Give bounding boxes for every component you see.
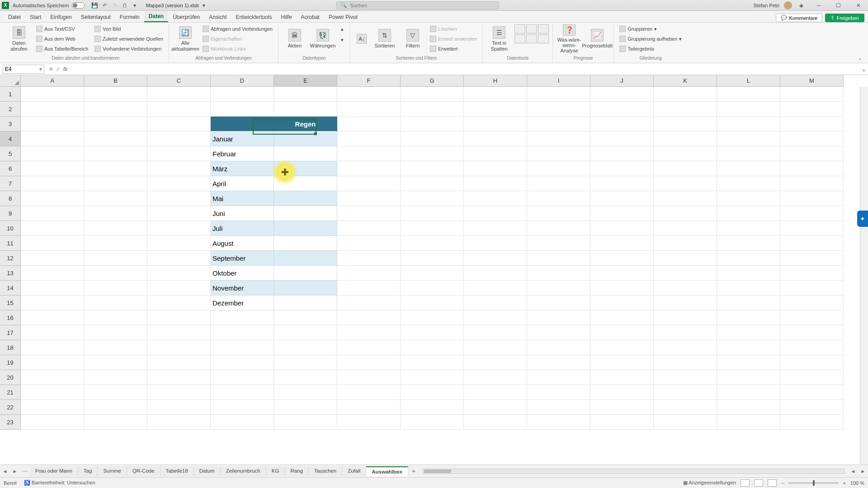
cell-G13[interactable]: [401, 266, 464, 281]
cell-E3[interactable]: Regen: [274, 117, 337, 131]
tab-daten[interactable]: Daten: [144, 11, 168, 22]
cell-J14[interactable]: [590, 281, 654, 296]
col-header-B[interactable]: B: [84, 75, 147, 87]
cell-K13[interactable]: [654, 266, 717, 281]
cell-G3[interactable]: [401, 117, 464, 131]
cell-C2[interactable]: [147, 102, 211, 117]
cell-E7[interactable]: [274, 176, 337, 191]
from-csv-button[interactable]: Aus Text/CSV: [34, 24, 90, 33]
cell-H8[interactable]: [464, 191, 527, 206]
cell-J7[interactable]: [590, 176, 654, 191]
data-validation-button[interactable]: [538, 24, 549, 33]
fx-icon[interactable]: fx: [63, 66, 67, 72]
horizontal-scrollbar[interactable]: [423, 469, 844, 474]
cell-I5[interactable]: [527, 146, 590, 161]
cell-K6[interactable]: [654, 161, 717, 176]
row-header-9[interactable]: 9: [0, 206, 21, 221]
cell-H18[interactable]: [464, 340, 527, 355]
cell-L21[interactable]: [717, 385, 780, 400]
cell-J21[interactable]: [590, 385, 654, 400]
cell-L13[interactable]: [717, 266, 780, 281]
cell-H20[interactable]: [464, 370, 527, 385]
cell-F13[interactable]: [337, 266, 401, 281]
row-header-21[interactable]: 21: [0, 385, 21, 400]
zoom-slider[interactable]: [788, 482, 838, 484]
cell-D14[interactable]: November: [211, 281, 274, 296]
cell-A17[interactable]: [21, 325, 84, 340]
cell-D2[interactable]: [211, 102, 274, 117]
whatif-button[interactable]: ❓Was-wäre-wenn-Analyse: [557, 24, 582, 53]
cell-B18[interactable]: [84, 340, 147, 355]
row-header-18[interactable]: 18: [0, 340, 21, 355]
name-box[interactable]: E4▾: [3, 65, 44, 74]
col-header-H[interactable]: H: [464, 75, 527, 87]
cell-M23[interactable]: [780, 415, 844, 430]
cell-A4[interactable]: [21, 131, 84, 146]
cell-B5[interactable]: [84, 146, 147, 161]
cell-J19[interactable]: [590, 355, 654, 370]
tab-seitenlayout[interactable]: Seitenlayout: [76, 12, 115, 22]
cell-L7[interactable]: [717, 176, 780, 191]
zoom-out-button[interactable]: −: [781, 480, 784, 486]
sheet-tab-summe[interactable]: Summe: [98, 466, 127, 476]
zoom-thumb[interactable]: [813, 480, 815, 486]
cell-C20[interactable]: [147, 370, 211, 385]
cell-J4[interactable]: [590, 131, 654, 146]
cell-B8[interactable]: [84, 191, 147, 206]
row-header-6[interactable]: 6: [0, 161, 21, 176]
cell-K12[interactable]: [654, 251, 717, 266]
search-box[interactable]: 🔍 Suchen: [336, 1, 499, 9]
row-header-22[interactable]: 22: [0, 400, 21, 415]
flash-fill-button[interactable]: [514, 24, 525, 33]
cell-K4[interactable]: [654, 131, 717, 146]
cell-G18[interactable]: [401, 340, 464, 355]
row-header-8[interactable]: 8: [0, 191, 21, 206]
scroll-left-button[interactable]: ◄: [848, 469, 858, 474]
cell-A5[interactable]: [21, 146, 84, 161]
row-header-17[interactable]: 17: [0, 325, 21, 340]
sheet-tab-auswahlbox[interactable]: Auswahlbox: [366, 466, 408, 476]
cell-M15[interactable]: [780, 296, 844, 310]
cell-I18[interactable]: [527, 340, 590, 355]
cell-F7[interactable]: [337, 176, 401, 191]
expand-formula-icon[interactable]: ⌄: [859, 65, 868, 73]
tab-entwicklertools[interactable]: Entwicklertools: [231, 12, 277, 22]
filter-button[interactable]: ▽Filtern: [400, 24, 425, 53]
tab-start[interactable]: Start: [25, 12, 46, 22]
scroll-right-button[interactable]: ►: [858, 469, 868, 474]
cell-I4[interactable]: [527, 131, 590, 146]
sheet-tab-zufall[interactable]: Zufall: [342, 466, 366, 476]
cell-D18[interactable]: [211, 340, 274, 355]
cell-K15[interactable]: [654, 296, 717, 310]
sheet-tab-zeilenumbruch[interactable]: Zeilenumbruch: [221, 466, 266, 476]
cell-C11[interactable]: [147, 236, 211, 251]
cell-I7[interactable]: [527, 176, 590, 191]
cell-C8[interactable]: [147, 191, 211, 206]
row-header-2[interactable]: 2: [0, 102, 21, 117]
cell-A6[interactable]: [21, 161, 84, 176]
cell-B14[interactable]: [84, 281, 147, 296]
cell-E21[interactable]: [274, 385, 337, 400]
cell-A3[interactable]: [21, 117, 84, 131]
cell-F10[interactable]: [337, 221, 401, 236]
cell-D20[interactable]: [211, 370, 274, 385]
tab-einfügen[interactable]: Einfügen: [46, 12, 76, 22]
cell-K17[interactable]: [654, 325, 717, 340]
cell-H7[interactable]: [464, 176, 527, 191]
zoom-value[interactable]: 100 %: [850, 480, 864, 486]
tab-ansicht[interactable]: Ansicht: [204, 12, 231, 22]
cell-H17[interactable]: [464, 325, 527, 340]
cell-I23[interactable]: [527, 415, 590, 430]
row-header-10[interactable]: 10: [0, 221, 21, 236]
cell-G10[interactable]: [401, 221, 464, 236]
data-model-button[interactable]: [538, 34, 549, 43]
from-web-button[interactable]: Aus dem Web: [34, 34, 90, 43]
cell-G14[interactable]: [401, 281, 464, 296]
cell-M2[interactable]: [780, 102, 844, 117]
cell-A13[interactable]: [21, 266, 84, 281]
cell-G8[interactable]: [401, 191, 464, 206]
row-header-12[interactable]: 12: [0, 251, 21, 266]
cell-B15[interactable]: [84, 296, 147, 310]
cell-M14[interactable]: [780, 281, 844, 296]
cell-G6[interactable]: [401, 161, 464, 176]
